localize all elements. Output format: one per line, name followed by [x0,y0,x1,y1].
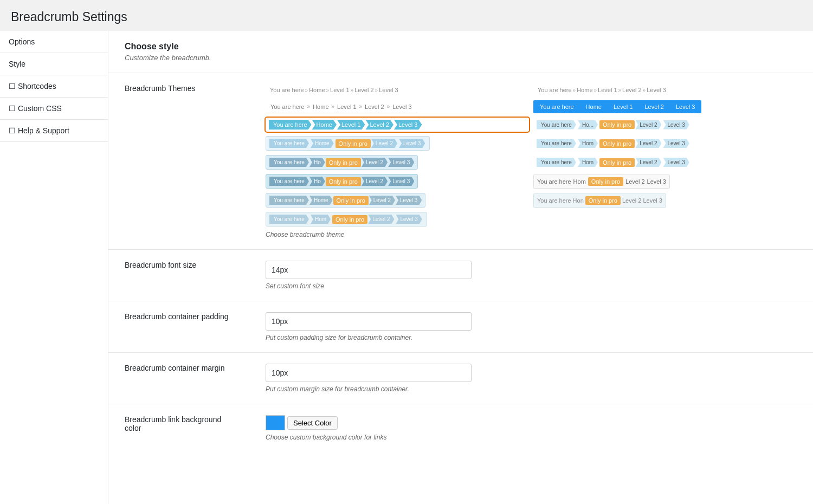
section-title: Choose style [125,42,797,51]
color-picker-wrapper: Select Color [266,415,797,430]
theme-pro-4l[interactable]: You are here Home Only in pro Level 2 Le… [266,136,529,151]
theme-pro-7r[interactable]: You are here Hon Only in pro Level 2 Lev… [533,193,797,208]
margin-control: Put custom margin size for breadcrumb co… [249,353,813,404]
sidebar-item-help-support[interactable]: Help & Support [0,120,108,142]
theme-plain[interactable]: You are here » Home » Level 1 » Level 2 … [266,84,529,96]
sidebar-item-shortcodes[interactable]: Shortcodes [0,75,108,98]
theme-pro-6l[interactable]: You are here Ho Only in pro Level 2 Leve… [266,174,529,189]
section-subtitle: Customize the breadcrumb. [125,54,797,62]
padding-control: Put custom padding size for breadcrumb c… [249,301,813,353]
theme-empty [533,212,797,227]
padding-label: Breadcrumb container padding [108,301,249,353]
theme-pro-5r[interactable]: You are here Hom Only in pro Level 2 Lev… [533,155,797,170]
font-size-input[interactable] [266,261,472,279]
color-swatch[interactable] [266,415,285,430]
theme-light-arrow-pro-1[interactable]: You are here Ho... Only in pro Level 2 L… [533,118,797,132]
color-hint: Choose custom background color for links [266,434,797,441]
sidebar: Options Style Shortcodes Custom CSS Help… [0,31,108,504]
themes-hint: Choose breadcrumb theme [266,231,797,238]
font-size-label: Breadcrumb font size [108,250,249,301]
color-label: Breadcrumb link background color [108,404,249,453]
theme-pro-7l[interactable]: You are here Home Only in pro Level 2 Le… [266,193,529,208]
font-size-row: Breadcrumb font size Set custom font siz… [108,250,813,301]
page-wrapper: Breadcrumb Settings Options Style Shortc… [0,0,813,504]
margin-hint: Put custom margin size for breadcrumb co… [266,385,797,393]
themes-row: Breadcrumb Themes You are here » Home » [108,73,813,250]
content-area: Choose style Customize the breadcrumb. B… [108,31,813,504]
theme-pro-4r[interactable]: You are here Hom Only in pro Level 2 Lev… [533,136,797,151]
main-layout: Options Style Shortcodes Custom CSS Help… [0,31,813,504]
theme-blue-filled[interactable]: You are here Home Level 1 Level 2 Level … [533,100,797,113]
color-control: Select Color Choose custom background co… [249,404,813,453]
theme-pro-8l[interactable]: You are here Hom Only in pro Level 2 Lev… [266,212,529,227]
font-size-hint: Set custom font size [266,282,797,290]
themes-label: Breadcrumb Themes [108,73,249,250]
page-title: Breadcrumb Settings [0,0,813,31]
theme-plain-2[interactable]: You are here » Home » Level 1 » Level 2 … [533,84,797,96]
settings-table: Breadcrumb Themes You are here » Home » [108,73,813,452]
padding-row: Breadcrumb container padding Put custom … [108,301,813,353]
theme-pro-5l[interactable]: You are here Ho Only in pro Level 2 Leve… [266,155,529,170]
padding-hint: Put custom padding size for breadcrumb c… [266,334,797,341]
margin-label: Breadcrumb container margin [108,353,249,404]
theme-underline[interactable]: You are here » Home » Level 1 » Level 2 … [266,100,529,113]
sidebar-item-custom-css[interactable]: Custom CSS [0,98,108,120]
margin-row: Breadcrumb container margin Put custom m… [108,353,813,404]
padding-input[interactable] [266,312,472,331]
font-size-control: Set custom font size [249,250,813,301]
sidebar-item-style[interactable]: Style [0,53,108,75]
sidebar-item-options[interactable]: Options [0,31,108,53]
select-color-button[interactable]: Select Color [287,416,338,430]
color-row: Breadcrumb link background color Select … [108,404,813,453]
themes-grid: You are here » Home » Level 1 » Level 2 … [266,84,797,227]
section-header: Choose style Customize the breadcrumb. [108,31,813,62]
margin-input[interactable] [266,364,472,382]
themes-control: You are here » Home » Level 1 » Level 2 … [249,73,813,250]
theme-pro-6r[interactable]: You are here Hom Only in pro Level 2 Lev… [533,174,797,189]
theme-blue-arrow-selected[interactable]: You are here Home Level 1 Level 2 Level … [266,118,529,132]
